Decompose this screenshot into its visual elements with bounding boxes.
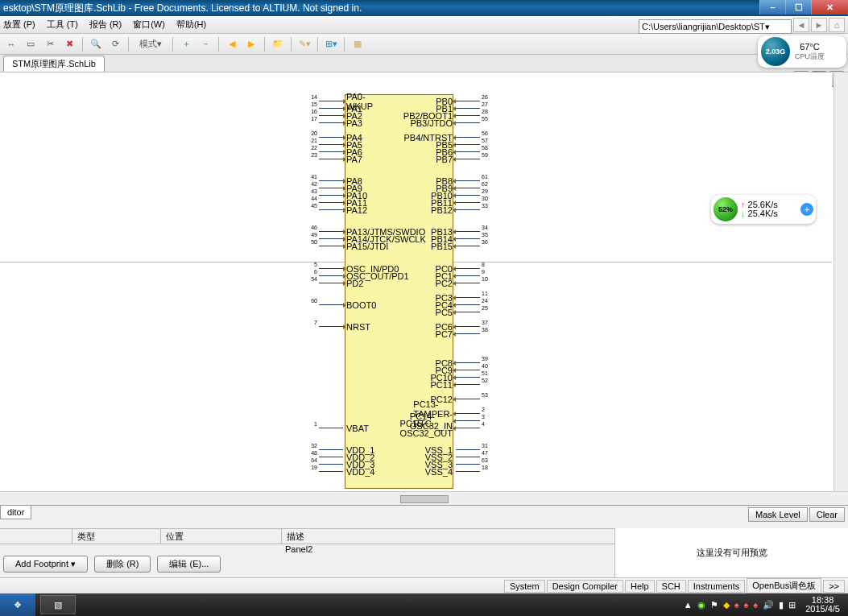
network-gadget[interactable]: 52% ↑ 25.6K/s ↓ 25.4K/s + (711, 195, 816, 224)
grid-icon[interactable]: ⊞▾ (323, 36, 339, 52)
pin-PA5[interactable]: 21PA5 (319, 144, 343, 145)
vertical-scrollbar[interactable] (834, 72, 848, 491)
pin-PB0[interactable]: 26PB0 (456, 101, 480, 101)
pin-PC2[interactable]: 10PC2 (456, 283, 480, 283)
refresh-icon[interactable]: ⟳ (107, 36, 123, 52)
editor-tab[interactable]: ditor (0, 505, 31, 519)
pin-PC14-OSC32_IN[interactable]: 3PC14-OSC32_IN (456, 420, 480, 421)
clear-button[interactable]: Clear (809, 507, 845, 522)
pin-PB1[interactable]: 27PB1 (456, 108, 480, 109)
pin-PB9[interactable]: 62PB9 (456, 188, 480, 188)
status-design-compiler[interactable]: Design Compiler (547, 580, 623, 593)
zoom-in-icon[interactable]: 🔍 (88, 36, 104, 52)
path-field[interactable]: C:\Users\liangrijian\Desktop\ST▾ (639, 19, 792, 34)
pin-PA2[interactable]: 16PA2 (319, 115, 343, 116)
pin-PA15-JTDI[interactable]: 50PA15/JTDI (319, 246, 343, 246)
pin-PA4[interactable]: 20PA4 (319, 137, 343, 138)
prev-icon[interactable]: ◀ (224, 36, 240, 52)
pin-PB3-JTDO[interactable]: 55PB3/JTDO (456, 122, 480, 123)
add-footprint-button[interactable]: Add Footprint ▾ (3, 556, 88, 573)
tray-app1-icon[interactable]: ♠ (734, 600, 739, 610)
status-system[interactable]: System (504, 580, 545, 593)
pin-PC10[interactable]: 51PC10 (456, 377, 480, 378)
pin-OSC_IN-PD0[interactable]: 5OSC_IN/PD0 (319, 268, 343, 269)
remove-icon[interactable]: － (197, 36, 213, 52)
tray-flag-icon[interactable]: ⚑ (710, 600, 718, 610)
tray-shield-icon[interactable]: ◆ (723, 600, 730, 610)
pin-VBAT[interactable]: 1VBAT (319, 428, 343, 428)
edit-icon[interactable]: ✎▾ (296, 36, 312, 52)
move-tool-icon[interactable]: ↔ (3, 36, 19, 52)
pin-PC6[interactable]: 37PC6 (456, 326, 480, 327)
tray-lang-icon[interactable]: ⊞ (788, 600, 796, 610)
pin-PB10[interactable]: 29PB10 (456, 195, 480, 196)
pin-PC5[interactable]: 25PC5 (456, 312, 480, 312)
close-button[interactable]: ✕ (811, 0, 848, 14)
pin-PC15-OSC32_OUT[interactable]: 4PC15-OSC32_OUT (456, 428, 480, 428)
pin-VSS_3[interactable]: 63VSS_3 (456, 464, 480, 465)
pin-PA1[interactable]: 15PA1 (319, 108, 343, 109)
mode-dropdown[interactable]: 模式 ▾ (134, 36, 168, 52)
task-altium[interactable]: ▧ (40, 595, 76, 614)
pin-PB7[interactable]: 59PB7 (456, 159, 480, 159)
folder-icon[interactable]: 📁 (270, 36, 286, 52)
menu-reports[interactable]: 报告 (R) (89, 19, 122, 31)
pin-PB6[interactable]: 58PB6 (456, 151, 480, 152)
pin-PC3[interactable]: 11PC3 (456, 297, 480, 298)
net-plus-icon[interactable]: + (800, 203, 813, 216)
pin-PA6[interactable]: 22PA6 (319, 151, 343, 152)
pin-PC1[interactable]: 9PC1 (456, 275, 480, 276)
pin-PA11[interactable]: 44PA11 (319, 202, 343, 203)
nav-home-button[interactable]: ⌂ (829, 18, 845, 32)
pin-VDD_2[interactable]: 48VDD_2 (319, 457, 343, 457)
tray-up-icon[interactable]: ▲ (684, 600, 693, 610)
maximize-button[interactable]: ☐ (785, 0, 811, 14)
cut-tool-icon[interactable]: ✂ (42, 36, 58, 52)
pin-PB8[interactable]: 61PB8 (456, 180, 480, 181)
pin-PC8[interactable]: 39PC8 (456, 362, 480, 363)
pin-PA12[interactable]: 45PA12 (319, 209, 343, 210)
pin-VSS_1[interactable]: 31VSS_1 (456, 449, 480, 450)
pin-BOOT0[interactable]: 60BOOT0 (319, 304, 343, 305)
tray-speaker-icon[interactable]: 🔊 (763, 600, 774, 610)
nav-fwd-button[interactable]: ► (811, 18, 827, 32)
pin-PC7[interactable]: 38PC7 (456, 333, 480, 334)
menu-place[interactable]: 放置 (P) (3, 19, 35, 31)
pin-PB13[interactable]: 34PB13 (456, 231, 480, 232)
pin-PC9[interactable]: 40PC9 (456, 370, 480, 370)
tray-wifi-icon[interactable]: ◉ (697, 600, 705, 610)
menu-help[interactable]: 帮助(H) (176, 19, 206, 31)
taskbar-clock[interactable]: 18:382015/4/5 (800, 596, 845, 614)
pin-PA8[interactable]: 41PA8 (319, 180, 343, 181)
select-tool-icon[interactable]: ▭ (23, 36, 39, 52)
minimize-button[interactable]: – (759, 0, 785, 14)
edit-button[interactable]: 编辑 (E)... (157, 556, 221, 573)
tray-battery-icon[interactable]: ▮ (779, 600, 784, 610)
tray-app2-icon[interactable]: ♠ (743, 600, 748, 610)
pin-PB4-NTRST[interactable]: 56PB4/NTRST (456, 137, 480, 138)
pin-PA3[interactable]: 17PA3 (319, 122, 343, 123)
pin-NRST[interactable]: 7NRST (319, 326, 343, 327)
pin-PC4[interactable]: 24PC4 (456, 304, 480, 305)
status-help[interactable]: Help (625, 580, 655, 593)
pin-VSS_2[interactable]: 47VSS_2 (456, 457, 480, 457)
pin-PA9[interactable]: 42PA9 (319, 188, 343, 188)
mask-level-button[interactable]: Mask Level (748, 507, 808, 522)
status-openbus[interactable]: OpenBus调色板 (747, 578, 821, 593)
pin-PB11[interactable]: 30PB11 (456, 202, 480, 203)
pin-PA7[interactable]: 23PA7 (319, 159, 343, 159)
horizontal-scrollbar[interactable] (0, 491, 848, 506)
next-icon[interactable]: ▶ (243, 36, 259, 52)
status-more[interactable]: >> (823, 580, 845, 593)
pin-VDD_1[interactable]: 32VDD_1 (319, 449, 343, 450)
add-icon[interactable]: ＋ (178, 36, 194, 52)
pin-PB15[interactable]: 36PB15 (456, 246, 480, 246)
sheet-icon[interactable]: ▦ (350, 36, 366, 52)
status-sch[interactable]: SCH (656, 580, 686, 593)
pin-PC11[interactable]: 52PC11 (456, 384, 480, 385)
tray-app3-icon[interactable]: ♠ (753, 600, 758, 610)
status-instruments[interactable]: Instruments (688, 580, 745, 593)
pin-PD2[interactable]: 54PD2 (319, 283, 343, 283)
pin-PC0[interactable]: 8PC0 (456, 268, 480, 269)
delete-button[interactable]: 删除 (R) (94, 556, 151, 573)
